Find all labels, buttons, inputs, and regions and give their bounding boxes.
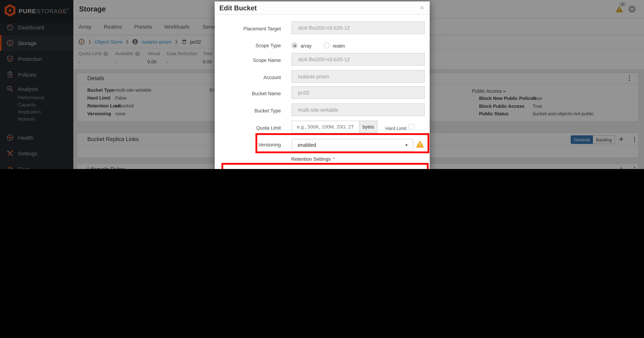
placement-target-field: slc6-fbs200-n3-b35-12: [292, 22, 425, 34]
edit-bucket-modal: Edit Bucket ✕ Placement Target slc6-fbs2…: [215, 2, 430, 169]
quota-limit-input[interactable]: [292, 121, 360, 133]
quota-limit-label: Quota Limit: [215, 125, 281, 131]
placement-target-label: Placement Target: [215, 26, 281, 32]
caret-up-icon: ⌃: [332, 157, 336, 162]
scope-name-label: Scope Name: [215, 58, 281, 63]
bucket-name-field: pc02: [292, 86, 425, 99]
scope-type-realm-option: realm: [333, 43, 345, 49]
modal-title: Edit Bucket: [219, 2, 257, 15]
account-label: Account: [215, 75, 281, 80]
versioning-warning-icon: [416, 141, 424, 148]
quota-unit-suffix: bytes: [360, 121, 378, 133]
scope-type-label: Scope Type: [215, 43, 281, 48]
caret-down-icon: ▼: [405, 143, 408, 147]
account-field: nutanix-prism: [292, 70, 425, 83]
hard-limit-label: Hard Limit: [380, 126, 406, 131]
modal-header: Edit Bucket ✕: [215, 2, 430, 15]
versioning-label: Versioning: [215, 142, 281, 148]
scope-type-realm-radio[interactable]: [324, 43, 330, 48]
hard-limit-checkbox[interactable]: [408, 124, 414, 130]
bucket-type-field: multi-site-writable: [292, 104, 425, 116]
retention-settings-toggle[interactable]: Retention Settings ⌃: [291, 156, 336, 162]
versioning-select[interactable]: enabled▼: [292, 139, 413, 151]
bucket-type-label: Bucket Type: [215, 108, 281, 114]
app-root: PURESTORAGE® ◂ Dashboard Storage Protect…: [0, 0, 644, 169]
scope-type-array-option: array: [300, 43, 312, 49]
scope-type-array-radio[interactable]: [292, 43, 297, 48]
bucket-name-label: Bucket Name: [215, 91, 281, 96]
scope-name-field: slc6-fbs200-n3-b35-12: [292, 53, 425, 66]
close-icon[interactable]: ✕: [420, 2, 425, 15]
